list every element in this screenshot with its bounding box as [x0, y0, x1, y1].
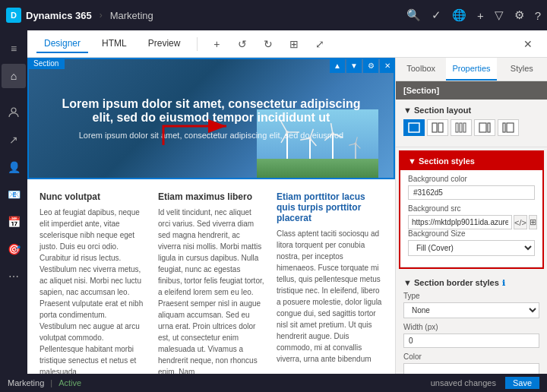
status-app-name: Marketing — [8, 378, 44, 387]
status-divider: | — [50, 378, 52, 387]
canvas[interactable]: Section ▲ ▼ ⚙ ✕ — [27, 58, 395, 392]
section-label: Section — [27, 58, 65, 69]
tab-styles[interactable]: Styles — [497, 58, 547, 81]
column-1-text[interactable]: Leo at feugiat dapibus, neque elit imper… — [40, 207, 146, 378]
svg-rect-31 — [488, 123, 490, 132]
svg-point-0 — [11, 108, 16, 112]
section-move-down[interactable]: ▼ — [346, 58, 362, 73]
tab-html[interactable]: HTML — [94, 35, 134, 53]
bg-size-label: Background Size — [408, 229, 535, 238]
svg-rect-24 — [409, 123, 419, 132]
red-arrow — [160, 119, 236, 151]
layout-two-col[interactable] — [427, 119, 448, 136]
module-name: Marketing — [110, 10, 153, 21]
tab-toolbox[interactable]: Toolbox — [396, 58, 446, 81]
panel-section-title: [Section] — [396, 81, 547, 100]
svg-rect-28 — [460, 123, 462, 132]
bg-src-label: Background src — [408, 204, 535, 213]
bg-color-input[interactable] — [408, 185, 535, 200]
panel-content: [Section] ▼ Section layout — [396, 81, 547, 392]
sidebar-item-events[interactable]: 📅 — [2, 210, 26, 234]
save-button[interactable]: Save — [505, 377, 539, 389]
sidebar-item-menu[interactable]: ≡ — [2, 36, 26, 61]
left-sidebar: ≡ ⌂ ↗ 👤 📧 📅 🎯 ⋯ — [0, 30, 27, 392]
help-icon[interactable]: ? — [535, 9, 541, 22]
add-element-button[interactable]: + — [207, 34, 226, 54]
preview-button[interactable]: ⊞ — [284, 34, 304, 54]
section-controls: ▲ ▼ ⚙ ✕ — [330, 58, 395, 73]
section-border-header: ▼ Section border styles ℹ — [403, 278, 539, 287]
globe-icon[interactable]: 🌐 — [452, 8, 466, 22]
content-column-3: Etiam porttitor lacus quis turpis portti… — [277, 191, 383, 378]
section-layout-group: ▼ Section layout — [396, 100, 547, 147]
content-column-1: Nunc volutpat Leo at feugiat dapibus, ne… — [40, 191, 146, 378]
status-indicator: Active — [58, 378, 81, 387]
layout-single[interactable] — [403, 119, 425, 136]
border-info-icon[interactable]: ℹ — [502, 279, 505, 287]
border-type-select[interactable]: None Solid Dashed Dotted — [403, 302, 539, 318]
bg-src-code-button[interactable]: </> — [514, 215, 527, 229]
logo-icon: D — [6, 8, 21, 23]
section-styles-group: ▼ Section styles Background color Backgr… — [400, 152, 542, 267]
tab-properties[interactable]: Properties — [446, 58, 496, 81]
filter-icon[interactable]: ▽ — [495, 8, 504, 22]
status-bar-right: unsaved changes Save — [431, 377, 539, 389]
app-name: Dynamics 365 — [26, 10, 92, 21]
expand-button[interactable]: ⤢ — [310, 34, 330, 54]
column-3-text[interactable]: Class aptent taciti sociosqu ad litora t… — [277, 228, 383, 365]
sidebar-item-leads[interactable]: 🎯 — [2, 237, 26, 261]
svg-rect-30 — [479, 123, 486, 132]
column-1-heading[interactable]: Nunc volutpat — [40, 191, 146, 202]
layout-wide-left[interactable] — [474, 119, 495, 136]
border-color-label: Color — [403, 352, 539, 361]
sidebar-item-marketing[interactable]: 📧 — [2, 182, 26, 207]
redo-button[interactable]: ↻ — [258, 34, 278, 54]
toolbar-divider — [197, 37, 198, 51]
sidebar-item-send[interactable]: ↗ — [2, 128, 26, 152]
tab-preview[interactable]: Preview — [141, 35, 188, 53]
section-move-up[interactable]: ▲ — [330, 58, 345, 73]
sidebar-item-customers[interactable] — [2, 100, 26, 125]
section-settings[interactable]: ⚙ — [363, 58, 378, 73]
svg-rect-27 — [456, 123, 458, 132]
layout-wide-right[interactable] — [498, 119, 519, 136]
sidebar-item-people[interactable]: 👤 — [2, 155, 26, 179]
settings-icon[interactable]: ⚙ — [514, 8, 524, 22]
sidebar-item-interactions[interactable]: ⋯ — [2, 264, 26, 289]
undo-button[interactable]: ↺ — [232, 34, 252, 54]
bg-color-label: Background color — [408, 175, 535, 183]
border-width-input[interactable] — [403, 334, 539, 348]
tab-designer[interactable]: Designer — [36, 35, 88, 53]
top-navigation: D Dynamics 365 › Marketing 🔍 ✓ 🌐 + ▽ ⚙ ? — [0, 0, 547, 30]
column-2-text[interactable]: Id velit tincidunt, nec aliquet orci var… — [158, 207, 264, 378]
layout-three-col[interactable] — [451, 119, 472, 136]
close-button[interactable]: ✕ — [518, 34, 538, 54]
section-delete[interactable]: ✕ — [380, 58, 395, 73]
checkmark-icon[interactable]: ✓ — [432, 8, 441, 22]
content-section[interactable]: Nunc volutpat Leo at feugiat dapibus, ne… — [27, 179, 395, 390]
border-type-label: Type — [403, 292, 539, 300]
column-3-heading[interactable]: Etiam porttitor lacus quis turpis portti… — [277, 191, 383, 223]
hero-section-wrapper[interactable]: Section ▲ ▼ ⚙ ✕ — [27, 58, 395, 179]
svg-rect-33 — [507, 123, 514, 132]
svg-rect-2 — [257, 159, 378, 178]
section-layout-header: ▼ Section layout — [403, 106, 539, 115]
app-logo[interactable]: D Dynamics 365 — [6, 8, 92, 23]
editor-toolbar: Designer HTML Preview + ↺ ↻ ⊞ ⤢ ✕ — [27, 30, 547, 58]
plus-icon[interactable]: + — [477, 9, 484, 22]
bg-size-select[interactable]: Fill (Cover) Contain Auto Custom — [408, 240, 535, 256]
content-column-2: Etiam maximus libero Id velit tincidunt,… — [158, 191, 264, 378]
nav-divider: › — [100, 10, 103, 21]
main-area: Designer HTML Preview + ↺ ↻ ⊞ ⤢ ✕ Sectio… — [27, 30, 547, 392]
sidebar-item-home[interactable]: ⌂ — [2, 64, 26, 88]
bg-src-container: </> ⊞ — [408, 215, 535, 229]
bg-src-input[interactable] — [408, 215, 512, 229]
section-styles-highlighted: ▼ Section styles Background color Backgr… — [399, 150, 544, 269]
column-2-heading[interactable]: Etiam maximus libero — [158, 191, 264, 202]
status-bar: Marketing | Active unsaved changes Save — [0, 374, 547, 392]
nav-icons: 🔍 ✓ 🌐 + ▽ ⚙ ? — [406, 8, 541, 22]
panel-tabs: Toolbox Properties Styles — [396, 58, 547, 81]
bg-src-browse-button[interactable]: ⊞ — [529, 215, 537, 229]
right-panel: Toolbox Properties Styles [Section] ▼ Se… — [395, 58, 547, 392]
search-icon[interactable]: 🔍 — [406, 8, 421, 22]
